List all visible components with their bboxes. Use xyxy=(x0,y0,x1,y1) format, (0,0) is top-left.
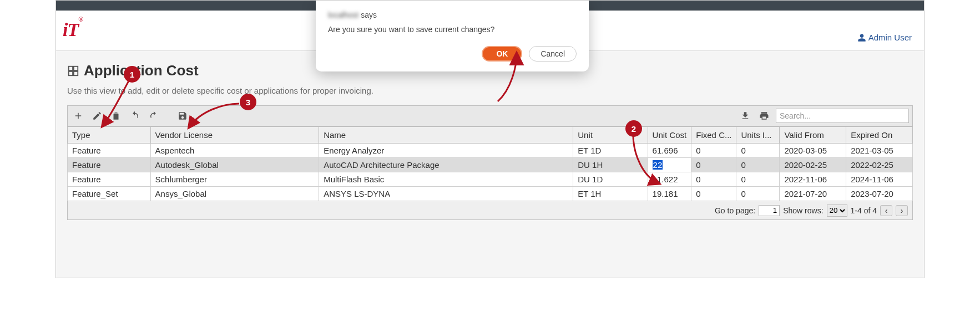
svg-rect-1 xyxy=(74,66,78,70)
table-row[interactable]: Feature_SetAnsys_GlobalANSYS LS-DYNAET 1… xyxy=(68,187,913,201)
annotation-arrow-ok xyxy=(494,50,539,106)
cell-name[interactable]: AutoCAD Architecture Package xyxy=(319,158,573,172)
grid-icon xyxy=(67,65,79,77)
cell-type[interactable]: Feature xyxy=(68,144,151,158)
user-menu[interactable]: Admin User xyxy=(857,33,912,42)
annotation-arrow-3 xyxy=(184,100,245,134)
redo-button[interactable] xyxy=(147,109,161,123)
cell-vendor[interactable]: Aspentech xyxy=(150,144,319,158)
dialog-message: Are you sure you want to save current ch… xyxy=(328,25,577,34)
cell-units_i[interactable]: 0 xyxy=(736,144,780,158)
app-logo: iT® xyxy=(63,19,83,40)
search-input[interactable] xyxy=(776,109,909,123)
cell-vendor[interactable]: Schlumberger xyxy=(150,172,319,187)
cell-expired_on[interactable]: 2024-11-06 xyxy=(846,172,913,187)
cell-vendor[interactable]: Autodesk_Global xyxy=(150,158,319,172)
cell-fixed_cost[interactable]: 0 xyxy=(691,187,736,201)
cell-expired_on[interactable]: 2021-03-05 xyxy=(846,144,913,158)
cell-valid_from[interactable]: 2020-03-05 xyxy=(780,144,846,158)
cell-valid_from[interactable]: 2021-07-20 xyxy=(780,187,846,201)
goto-page-input[interactable] xyxy=(759,205,780,216)
table-row[interactable]: FeatureSchlumbergerMultiFlash BasicDU 1D… xyxy=(68,172,913,187)
col-expired-on[interactable]: Expired On xyxy=(846,127,913,144)
prev-page-button[interactable]: ‹ xyxy=(880,205,892,216)
svg-rect-0 xyxy=(69,66,73,70)
confirm-dialog: localhost says Are you sure you want to … xyxy=(316,1,589,71)
cell-units_i[interactable]: 0 xyxy=(736,187,780,201)
cell-units_i[interactable]: 0 xyxy=(736,158,780,172)
add-button[interactable] xyxy=(71,109,85,123)
cell-expired_on[interactable]: 2023-07-20 xyxy=(846,187,913,201)
goto-label: Go to page: xyxy=(715,206,755,215)
cell-unit_cost[interactable]: 19.181 xyxy=(648,187,691,201)
showrows-label: Show rows: xyxy=(783,206,823,215)
table-row[interactable]: FeatureAspentechEnergy AnalyzerET 1D61.6… xyxy=(68,144,913,158)
export-button[interactable] xyxy=(738,109,752,123)
range-label: 1-4 of 4 xyxy=(851,206,877,215)
cell-fixed_cost[interactable]: 0 xyxy=(691,158,736,172)
col-fixed-cost[interactable]: Fixed C... xyxy=(691,127,736,144)
cell-units_i[interactable]: 0 xyxy=(736,172,780,187)
annotation-3: 3 xyxy=(240,94,256,110)
cell-fixed_cost[interactable]: 0 xyxy=(691,144,736,158)
cell-fixed_cost[interactable]: 0 xyxy=(691,172,736,187)
cell-valid_from[interactable]: 2022-11-06 xyxy=(780,172,846,187)
cell-name[interactable]: ANSYS LS-DYNA xyxy=(319,187,573,201)
rows-select[interactable]: 20 xyxy=(827,204,847,217)
cell-type[interactable]: Feature xyxy=(68,158,151,172)
print-button[interactable] xyxy=(757,109,771,123)
annotation-1: 1 xyxy=(124,66,140,83)
cell-vendor[interactable]: Ansys_Global xyxy=(150,187,319,201)
page-description: Use this view to add, edit or delete spe… xyxy=(67,86,913,95)
col-valid-from[interactable]: Valid From xyxy=(780,127,846,144)
cell-expired_on[interactable]: 2022-02-25 xyxy=(846,158,913,172)
grid-footer: Go to page: Show rows: 20 1-4 of 4 ‹ › xyxy=(67,201,913,220)
cell-type[interactable]: Feature_Set xyxy=(68,187,151,201)
cost-grid: Type Vendor License Name Unit Unit Cost … xyxy=(67,126,913,201)
cell-name[interactable]: MultiFlash Basic xyxy=(319,172,573,187)
cell-valid_from[interactable]: 2020-02-25 xyxy=(780,158,846,172)
dialog-origin: localhost says xyxy=(328,11,577,19)
col-name[interactable]: Name xyxy=(319,127,573,144)
cell-unit[interactable]: ET 1H xyxy=(573,187,648,201)
svg-rect-2 xyxy=(69,71,73,75)
annotation-2: 2 xyxy=(625,120,642,137)
col-units-i[interactable]: Units I... xyxy=(736,127,780,144)
svg-rect-3 xyxy=(74,71,78,75)
user-label: Admin User xyxy=(868,33,912,42)
cell-name[interactable]: Energy Analyzer xyxy=(319,144,573,158)
cell-type[interactable]: Feature xyxy=(68,172,151,187)
user-icon xyxy=(857,33,866,42)
content-area: Application Cost Use this view to add, e… xyxy=(56,50,924,278)
table-row[interactable]: FeatureAutodesk_GlobalAutoCAD Architectu… xyxy=(68,158,913,172)
annotation-arrow-2 xyxy=(627,132,665,188)
app-frame: iT® Admin User Application Cost Use this… xyxy=(55,0,925,278)
next-page-button[interactable]: › xyxy=(896,205,908,216)
